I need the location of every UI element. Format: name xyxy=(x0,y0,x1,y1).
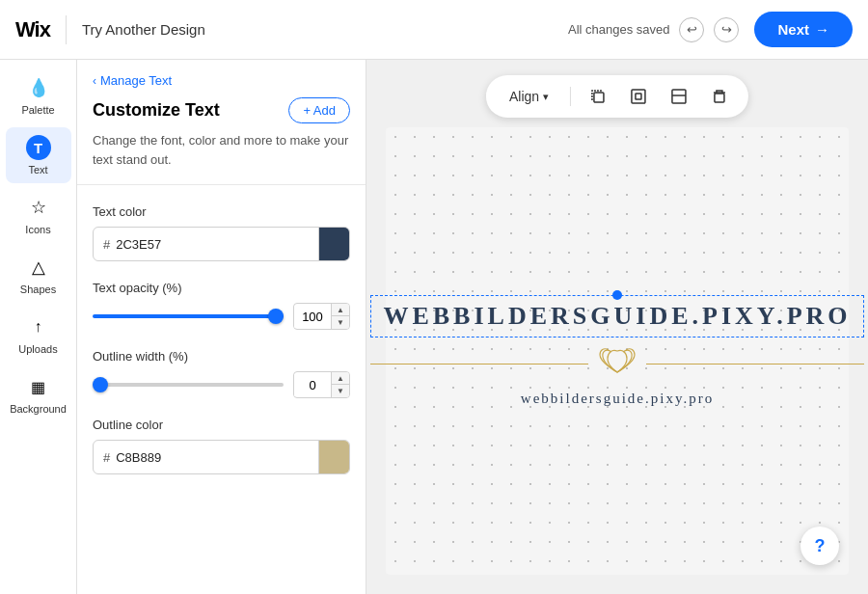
canvas-toolbar: Align ▾ xyxy=(486,75,748,118)
align-label: Align xyxy=(509,89,539,104)
outline-increment-button[interactable]: ▲ xyxy=(332,372,349,385)
sidebar-item-text[interactable]: T Text xyxy=(6,127,71,183)
panel-header: Customize Text + Add xyxy=(77,97,366,131)
text-opacity-slider[interactable] xyxy=(93,314,284,318)
outline-width-range-row: ▲ ▼ xyxy=(93,371,350,398)
outline-hash-symbol: # xyxy=(94,450,116,465)
help-button[interactable]: ? xyxy=(800,526,839,565)
add-text-button[interactable]: + Add xyxy=(288,97,350,123)
sidebar-item-palette-label: Palette xyxy=(21,104,54,116)
background-icon: ▦ xyxy=(26,374,51,399)
app-header: Wix Try Another Design All changes saved… xyxy=(0,0,868,60)
undo-button[interactable]: ↩ xyxy=(679,17,704,42)
text-color-swatch[interactable] xyxy=(318,228,349,260)
sidebar-item-icons-label: Icons xyxy=(25,224,50,235)
outline-color-input[interactable] xyxy=(116,450,318,465)
lotus-icon xyxy=(598,345,637,383)
toolbar-divider xyxy=(570,87,571,106)
icons-icon: ☆ xyxy=(26,195,51,220)
outline-width-value[interactable] xyxy=(294,374,331,396)
text-icon: T xyxy=(26,135,51,160)
opacity-stepper-controls: ▲ ▼ xyxy=(331,304,349,329)
text-color-input[interactable] xyxy=(116,237,318,252)
ornament-line-left xyxy=(370,364,588,364)
selection-handle-top xyxy=(612,290,622,300)
customize-panel: ‹ Manage Text Customize Text + Add Chang… xyxy=(77,60,366,594)
svg-rect-2 xyxy=(636,94,641,99)
svg-rect-1 xyxy=(632,90,645,103)
frame-button[interactable] xyxy=(625,83,652,110)
save-status: All changes saved ↩ ↪ xyxy=(568,17,740,42)
svg-rect-5 xyxy=(715,94,724,102)
align-chevron-icon: ▾ xyxy=(543,91,549,103)
sidebar-item-icons[interactable]: ☆ Icons xyxy=(6,187,71,243)
outline-width-stepper: ▲ ▼ xyxy=(293,371,350,398)
uploads-icon: ↑ xyxy=(26,314,51,339)
svg-rect-3 xyxy=(672,90,686,103)
manage-text-label: Manage Text xyxy=(100,73,172,88)
page-title: Try Another Design xyxy=(82,21,553,38)
text-color-label: Text color xyxy=(93,204,350,219)
svg-rect-0 xyxy=(594,93,604,102)
redo-button[interactable]: ↪ xyxy=(714,17,739,42)
text-opacity-stepper: ▲ ▼ xyxy=(293,303,350,330)
outline-color-input-row: # xyxy=(93,440,350,474)
wix-logo: Wix xyxy=(15,17,50,42)
outline-width-slider[interactable] xyxy=(93,383,284,387)
outline-width-label: Outline width (%) xyxy=(93,349,350,364)
text-opacity-value[interactable] xyxy=(294,306,331,328)
delete-button[interactable] xyxy=(706,83,733,110)
outline-width-section: Outline width (%) ▲ ▼ xyxy=(77,349,366,418)
outline-color-swatch[interactable] xyxy=(318,441,349,473)
logo-main-text[interactable]: WEBBILDERSGUIDE.PIXY.PRO xyxy=(370,295,863,338)
text-opacity-range-row: ▲ ▼ xyxy=(93,303,350,330)
logo-ornament xyxy=(370,345,863,383)
panel-divider-1 xyxy=(77,184,366,185)
opacity-increment-button[interactable]: ▲ xyxy=(332,304,349,316)
outline-stepper-controls: ▲ ▼ xyxy=(331,372,349,397)
outline-decrement-button[interactable]: ▼ xyxy=(332,385,349,397)
layers-button[interactable] xyxy=(665,83,692,110)
duplicate-button[interactable] xyxy=(584,83,611,110)
shapes-icon: △ xyxy=(26,255,51,280)
outline-color-label: Outline color xyxy=(93,418,350,432)
sidebar-item-background[interactable]: ▦ Background xyxy=(6,366,71,422)
design-canvas[interactable]: WEBBILDERSGUIDE.PIXY.PRO xyxy=(386,127,849,575)
sidebar-item-palette[interactable]: 💧 Palette xyxy=(6,68,71,123)
text-opacity-section: Text opacity (%) ▲ ▼ xyxy=(77,281,366,349)
sidebar-item-shapes[interactable]: △ Shapes xyxy=(6,247,71,303)
back-chevron-icon: ‹ xyxy=(93,74,96,88)
sidebar-item-uploads[interactable]: ↑ Uploads xyxy=(6,307,71,363)
canvas-area: Align ▾ xyxy=(366,60,868,594)
opacity-decrement-button[interactable]: ▼ xyxy=(332,316,349,329)
save-status-text: All changes saved xyxy=(568,22,670,37)
next-button[interactable]: Next → xyxy=(754,12,853,47)
sidebar-item-background-label: Background xyxy=(10,403,67,415)
manage-text-nav[interactable]: ‹ Manage Text xyxy=(77,60,366,97)
ornament-line-right xyxy=(646,364,864,364)
sidebar-item-uploads-label: Uploads xyxy=(18,343,57,355)
text-color-section: Text color # xyxy=(77,204,366,281)
sidebar-item-shapes-label: Shapes xyxy=(20,284,56,295)
palette-icon: 💧 xyxy=(26,75,51,100)
sidebar-icons: 💧 Palette T Text ☆ Icons △ Shapes ↑ Uplo… xyxy=(0,60,77,594)
panel-description: Change the font, color and more to make … xyxy=(77,131,366,184)
align-dropdown[interactable]: Align ▾ xyxy=(502,85,556,108)
customize-text-title: Customize Text xyxy=(93,100,220,121)
text-opacity-label: Text opacity (%) xyxy=(93,281,350,295)
color-hash-symbol: # xyxy=(94,237,116,252)
header-divider xyxy=(66,15,67,44)
logo-preview: WEBBILDERSGUIDE.PIXY.PRO xyxy=(370,295,863,407)
text-color-input-row: # xyxy=(93,227,350,261)
outline-color-section: Outline color # xyxy=(77,418,366,494)
main-layout: 💧 Palette T Text ☆ Icons △ Shapes ↑ Uplo… xyxy=(0,60,868,594)
logo-sub-text: webbildersguide.pixy.pro xyxy=(521,391,714,407)
sidebar-item-text-label: Text xyxy=(28,164,47,176)
